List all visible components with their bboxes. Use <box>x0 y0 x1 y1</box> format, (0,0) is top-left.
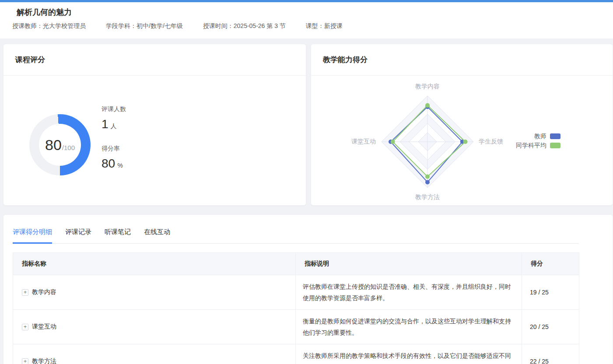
meta-label: 课型： <box>306 22 324 29</box>
radar-axis-label: 课堂互动 <box>351 138 376 146</box>
radar-axis-label: 教学内容 <box>415 83 440 91</box>
stat-label: 评课人数 <box>102 105 126 113</box>
indicator-name: 教学方法 <box>32 357 56 364</box>
page-header: 解析几何的魅力 授课教师：光大学校管理员学段学科：初中/数学/七年级授课时间：2… <box>0 2 613 38</box>
legend-swatch-icon <box>550 143 560 148</box>
meta-label: 授课时间： <box>203 22 234 29</box>
tab-item[interactable]: 评课得分明细 <box>13 228 52 244</box>
indicator-score-cell: 22 / 25 <box>522 344 579 364</box>
tab-bar: 评课得分明细评课记录听课笔记在线互动 <box>13 228 579 244</box>
tab-item[interactable]: 评课记录 <box>65 228 91 244</box>
expand-icon[interactable]: + <box>22 289 28 296</box>
score-donut-chart: 80 /100 <box>29 114 91 175</box>
meta-item: 授课教师：光大学校管理员 <box>12 22 86 30</box>
stat-label: 得分率 <box>102 145 126 153</box>
meta-label: 学段学科： <box>106 22 137 29</box>
stat-value: 80% <box>102 156 126 173</box>
indicator-desc-cell: 关注教师所采用的教学策略和技术手段的有效性，以及它们是否能够适应不同的学习风格和… <box>296 344 522 364</box>
expand-icon[interactable]: + <box>22 324 28 330</box>
indicator-name: 教学内容 <box>32 288 56 296</box>
indicator-desc-cell: 衡量的是教师如何促进课堂内的交流与合作，以及这些互动对学生理解和支持他们学习的重… <box>296 310 522 344</box>
table-row: +教学方法关注教师所采用的教学策略和技术手段的有效性，以及它们是否能够适应不同的… <box>13 344 579 364</box>
table-row: +教学内容评估教师在课堂上传授的知识是否准确、相关、有深度，并且组织良好，同时使… <box>13 275 579 310</box>
legend-label: 教师 <box>534 133 546 140</box>
legend-swatch-icon <box>550 133 560 139</box>
meta-value: 光大学校管理员 <box>43 22 86 29</box>
table-column-header: 指标名称 <box>13 253 296 275</box>
table-column-header: 指标说明 <box>296 253 522 275</box>
table-column-header: 得分 <box>522 253 579 275</box>
legend-label: 同学科平均 <box>516 142 546 150</box>
meta-label: 授课教师： <box>12 22 43 29</box>
indicator-desc-cell: 评估教师在课堂上传授的知识是否准确、相关、有深度，并且组织良好，同时使用的教学资… <box>296 275 522 310</box>
indicator-name-cell: +课堂互动 <box>13 310 296 344</box>
header-meta: 授课教师：光大学校管理员学段学科：初中/数学/七年级授课时间：2025-05-2… <box>0 18 613 30</box>
indicator-score-cell: 19 / 25 <box>522 275 579 310</box>
meta-value: 新授课 <box>324 22 343 29</box>
legend-item[interactable]: 教师 <box>464 133 560 140</box>
course-score-card: 课程评分 80 /100 评课人数1人得分率80% <box>3 44 306 206</box>
stat-block: 评课人数1人 <box>102 105 126 133</box>
score-value: 80 <box>45 137 62 152</box>
meta-value: 初中/数学/七年级 <box>137 22 183 29</box>
course-score-title: 课程评分 <box>4 44 306 76</box>
teaching-ability-card: 教学能力得分 教学内容学生反馈教学方法课堂互动 教师同学科平均 <box>311 44 613 206</box>
indicator-name-cell: +教学方法 <box>13 344 296 364</box>
table-row: +课堂互动衡量的是教师如何促进课堂内的交流与合作，以及这些互动对学生理解和支持他… <box>13 310 579 344</box>
indicator-table: 指标名称指标说明得分 +教学内容评估教师在课堂上传授的知识是否准确、相关、有深度… <box>13 252 579 364</box>
score-max: /100 <box>62 144 75 151</box>
radar-chart <box>311 44 613 206</box>
indicator-score-cell: 20 / 25 <box>522 310 579 344</box>
radar-axis-label: 教学方法 <box>415 193 440 201</box>
meta-item: 授课时间：2025-05-26 第 3 节 <box>203 22 286 30</box>
meta-item: 学段学科：初中/数学/七年级 <box>106 22 183 30</box>
main-content: 课程评分 80 /100 评课人数1人得分率80% 教学能力得分 教学内容学生反… <box>0 44 613 206</box>
legend-item[interactable]: 同学科平均 <box>464 142 560 149</box>
radar-legend: 教师同学科平均 <box>464 133 560 151</box>
expand-icon[interactable]: + <box>22 358 28 364</box>
stat-block: 得分率80% <box>102 145 126 173</box>
tab-item[interactable]: 在线互动 <box>144 228 170 244</box>
stat-value: 1人 <box>102 117 126 133</box>
page-title: 解析几何的魅力 <box>0 2 613 18</box>
table-header-row: 指标名称指标说明得分 <box>13 253 579 275</box>
meta-value: 2025-05-26 第 3 节 <box>234 22 286 29</box>
stat-unit: % <box>117 162 123 169</box>
score-stats: 评课人数1人得分率80% <box>102 105 126 173</box>
indicator-name-cell: +教学内容 <box>13 275 296 310</box>
stat-unit: 人 <box>111 122 117 130</box>
meta-item: 课型：新授课 <box>306 22 343 30</box>
score-donut-label: 80 /100 <box>29 114 91 175</box>
tab-item[interactable]: 听课笔记 <box>105 228 131 244</box>
indicator-name: 课堂互动 <box>32 323 56 331</box>
detail-panel: 评课得分明细评课记录听课笔记在线互动 指标名称指标说明得分 +教学内容评估教师在… <box>3 214 613 364</box>
